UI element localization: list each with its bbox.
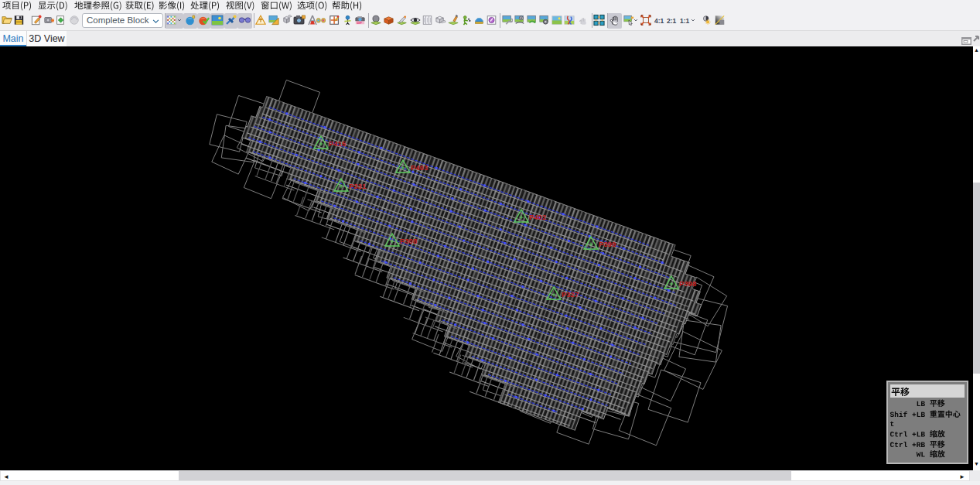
svg-text:P403: P403 — [411, 163, 428, 172]
svg-text:P402: P402 — [529, 213, 546, 221]
svg-text:P415: P415 — [329, 139, 347, 148]
svg-text:P327: P327 — [562, 290, 579, 299]
svg-text:DIF: DIF — [357, 21, 362, 25]
svg-text:P331: P331 — [349, 182, 367, 190]
svg-text:P398: P398 — [679, 279, 696, 288]
svg-text:P308: P308 — [400, 237, 417, 245]
svg-text:P399: P399 — [599, 240, 616, 248]
